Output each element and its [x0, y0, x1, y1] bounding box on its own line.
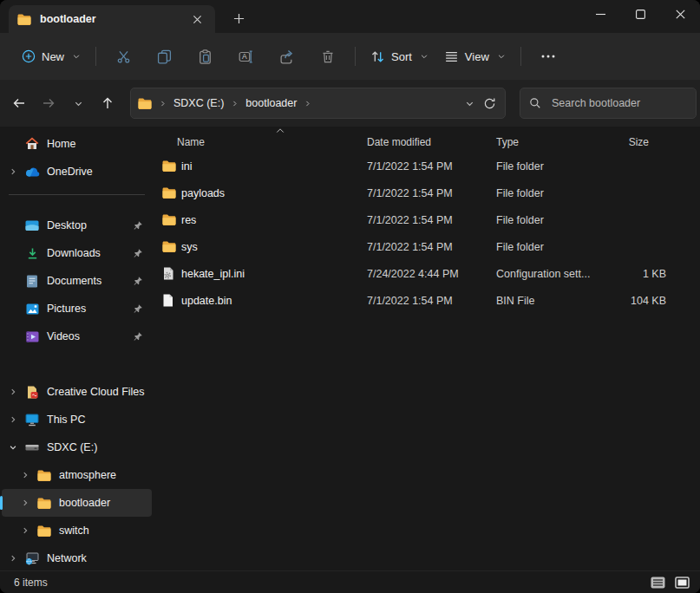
explorer-tab[interactable]: bootloader	[9, 5, 215, 33]
desktop-icon	[24, 220, 40, 231]
command-toolbar: New A	[0, 33, 700, 80]
delete-button[interactable]	[307, 41, 348, 72]
sidebar-item-creative-cloud-files[interactable]: Creative Cloud Files	[2, 378, 152, 406]
sidebar-item-downloads[interactable]: Downloads	[2, 239, 152, 267]
new-tab-button[interactable]	[226, 5, 252, 31]
column-header-name[interactable]: Name	[154, 136, 367, 148]
sort-arrows-icon	[370, 49, 385, 64]
sidebar-item-onedrive[interactable]: OneDrive	[2, 158, 152, 186]
chevron-right-icon[interactable]	[2, 167, 24, 176]
toolbar-separator	[95, 47, 96, 66]
sort-button[interactable]: Sort	[363, 42, 436, 71]
share-button[interactable]	[266, 41, 307, 72]
paste-icon	[198, 49, 213, 64]
folder-icon	[36, 470, 52, 481]
file-row-res[interactable]: res 7/1/2022 1:54 PM File folder	[154, 206, 700, 233]
rename-button[interactable]: A	[226, 41, 266, 72]
maximize-button[interactable]	[620, 0, 660, 29]
main-area: Home OneDrive Desktop	[0, 127, 700, 570]
chevron-right-icon[interactable]	[14, 526, 36, 535]
folder-icon	[36, 498, 52, 509]
new-button[interactable]: New	[14, 42, 88, 70]
pin-icon	[133, 331, 143, 342]
refresh-button[interactable]	[483, 97, 496, 110]
file-row-update-bin[interactable]: update.bin 7/1/2022 1:54 PM BIN File 104…	[154, 287, 700, 314]
sidebar-item-documents[interactable]: Documents	[2, 267, 152, 295]
column-header-size[interactable]: Size	[601, 136, 700, 148]
large-icons-view-button[interactable]	[672, 574, 691, 590]
cut-button[interactable]	[103, 41, 144, 72]
up-button[interactable]	[94, 89, 121, 117]
chevron-right-icon[interactable]	[2, 415, 24, 424]
tab-title: bootloader	[40, 13, 187, 25]
sidebar-item-network[interactable]: Network	[2, 544, 152, 570]
file-row-sys[interactable]: sys 7/1/2022 1:54 PM File folder	[154, 233, 700, 260]
paste-button[interactable]	[185, 41, 226, 72]
share-icon	[279, 49, 294, 64]
close-button[interactable]	[660, 0, 700, 29]
downloads-icon	[24, 247, 40, 260]
titlebar: bootloader	[0, 0, 700, 33]
file-row-payloads[interactable]: payloads 7/1/2022 1:54 PM File folder	[154, 179, 700, 206]
home-icon	[24, 137, 40, 151]
onedrive-icon	[24, 167, 40, 177]
chevron-down-icon	[420, 52, 429, 61]
sidebar-item-bootloader[interactable]: bootloader	[2, 489, 152, 517]
address-bar[interactable]: SDXC (E:) bootloader	[130, 88, 506, 119]
pin-icon	[133, 303, 143, 314]
column-header-type[interactable]: Type	[496, 136, 601, 148]
recent-locations-button[interactable]	[64, 89, 92, 117]
column-header-date-modified[interactable]: Date modified	[367, 136, 496, 148]
pin-icon	[133, 248, 143, 258]
sort-button-label: Sort	[391, 50, 412, 63]
breadcrumb-chevron-icon	[300, 100, 315, 108]
copy-icon	[157, 49, 172, 64]
file-row-hekate-ipl[interactable]: hekate_ipl.ini 7/24/2022 4:44 PM Configu…	[154, 260, 700, 287]
search-input[interactable]	[550, 96, 693, 110]
back-button[interactable]	[5, 89, 33, 117]
folder-icon	[162, 187, 176, 199]
view-button[interactable]: View	[436, 42, 514, 71]
forward-button[interactable]	[35, 89, 62, 117]
sidebar-item-home[interactable]: Home	[2, 130, 152, 158]
chevron-right-icon[interactable]	[2, 554, 24, 563]
breadcrumb-folder[interactable]: bootloader	[242, 97, 300, 109]
file-row-ini[interactable]: ini 7/1/2022 1:54 PM File folder	[154, 153, 700, 179]
pin-icon	[133, 220, 143, 231]
sidebar-item-this-pc[interactable]: This PC	[2, 406, 152, 433]
sidebar-gap	[0, 350, 154, 378]
network-icon	[24, 552, 40, 565]
details-view-button[interactable]	[648, 574, 667, 590]
chevron-right-icon[interactable]	[14, 471, 36, 479]
more-options-button[interactable]	[528, 41, 569, 72]
search-icon	[529, 97, 541, 109]
copy-button[interactable]	[144, 41, 185, 72]
chevron-down-icon[interactable]	[2, 443, 24, 452]
svg-text:A: A	[242, 52, 247, 61]
file-explorer-window: bootloader New	[0, 0, 700, 593]
drive-icon	[24, 442, 40, 453]
chevron-right-icon[interactable]	[14, 499, 36, 507]
sidebar-item-atmosphere[interactable]: atmosphere	[2, 461, 152, 489]
folder-icon	[162, 214, 176, 225]
creative-cloud-icon	[24, 386, 40, 399]
address-dropdown-button[interactable]	[465, 99, 474, 108]
chevron-down-icon	[497, 52, 506, 61]
chevron-right-icon[interactable]	[2, 388, 24, 396]
pictures-icon	[24, 303, 40, 315]
sidebar-item-pictures[interactable]: Pictures	[2, 295, 152, 323]
status-bar: 6 items	[0, 570, 700, 593]
toolbar-separator	[520, 47, 521, 66]
tab-close-button[interactable]	[187, 10, 206, 29]
minimize-button[interactable]	[580, 0, 620, 29]
this-pc-icon	[24, 414, 40, 427]
sidebar-item-switch[interactable]: switch	[2, 517, 152, 544]
sidebar-item-desktop[interactable]: Desktop	[2, 212, 152, 239]
rename-icon: A	[239, 49, 254, 64]
sidebar-item-videos[interactable]: Videos	[2, 323, 152, 350]
sidebar-item-sdxc-drive[interactable]: SDXC (E:)	[2, 433, 152, 461]
config-file-icon	[162, 267, 176, 280]
address-folder-icon[interactable]	[136, 98, 155, 109]
search-box[interactable]	[520, 88, 697, 119]
breadcrumb-drive[interactable]: SDXC (E:)	[170, 97, 227, 109]
